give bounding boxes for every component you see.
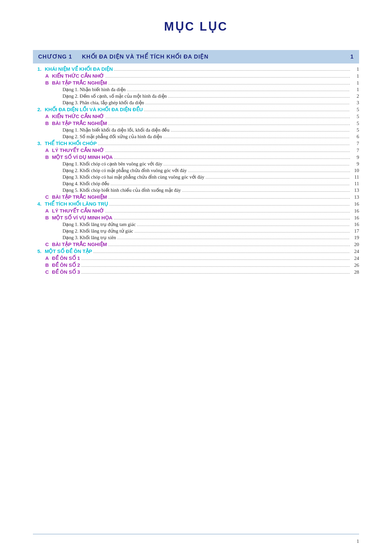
entry-dots: ........................................… xyxy=(116,235,350,240)
entry-letter: B xyxy=(33,154,49,160)
entry-letter: B xyxy=(33,120,49,126)
entry-letter: B xyxy=(33,262,49,268)
entry-page: 5 xyxy=(350,107,359,113)
entry-dots: ........................................… xyxy=(92,249,350,254)
entry-num: 4. xyxy=(33,201,45,207)
toc-row-4B: BMỘT SỐ VÍ VỤ MINH HỌA .................… xyxy=(33,214,359,221)
entry-text: Dạng 2. Khối chóp có mặt phẳng chứa đỉnh… xyxy=(33,168,187,173)
entry-dots: ........................................… xyxy=(109,181,350,187)
toc-row-3: 3.THỂ TÍCH KHỐI CHÓP ...................… xyxy=(33,140,359,147)
entry-page: 20 xyxy=(350,242,359,247)
entry-page: 7 xyxy=(350,141,359,146)
toc-row-1B2: Dạng 2. Đếm số cạnh, số mặt của một hình… xyxy=(33,93,359,99)
entry-letter: A xyxy=(33,147,49,153)
entry-page: 2 xyxy=(350,93,359,99)
toc-row-3B1: Dạng 1. Khối chóp có cạnh bên vuông góc … xyxy=(33,161,359,167)
entry-text: BÀI TẬP TRẮC NGHIỆM xyxy=(49,120,107,126)
entry-dots: ........................................… xyxy=(167,94,350,99)
entry-num: 2. xyxy=(33,107,45,112)
toc-row-2B1: Dạng 1. Nhận biết khối đa diện lồi, khối… xyxy=(33,127,359,133)
entry-dots: ........................................… xyxy=(204,175,350,180)
entry-text: MỘT SỐ ĐỀ ÔN TẬP xyxy=(45,248,92,254)
entry-letter: C xyxy=(33,269,49,275)
toc-row-1A: AKIẾN THỨC CẦN NHỚ .....................… xyxy=(33,72,359,79)
entry-page: 24 xyxy=(350,249,359,254)
entry-page: 1 xyxy=(350,73,359,79)
entry-text: KHỐI ĐA DIỆN LỒI VÀ KHỐI ĐA DIỆN ĐỀU xyxy=(45,107,143,113)
entry-text: ĐỀ ÔN SỐ 3 xyxy=(49,269,80,275)
entry-text: KIẾN THỨC CẦN NHỚ xyxy=(49,73,104,79)
toc-row-4C: CBÀI TẬP TRẮC NGHIỆM ...................… xyxy=(33,241,359,248)
entry-text: MỘT SỐ VÍ DỤ MINH HỌA xyxy=(49,154,113,160)
entry-dots: ........................................… xyxy=(104,114,350,119)
entry-dots: ........................................… xyxy=(104,74,350,79)
entry-dots: ........................................… xyxy=(107,195,350,200)
entry-text: Dạng 3. Phân chia, lắp ghép khối đa diện xyxy=(33,100,144,106)
entry-text: THỂ TÍCH KHỐI CHÓP xyxy=(45,140,97,146)
entry-num: 1. xyxy=(33,66,45,72)
toc-row-2B2: Dạng 2. Số mặt phẳng đối xứng của hình đ… xyxy=(33,133,359,140)
entry-dots: ........................................… xyxy=(107,81,350,86)
entry-page: 16 xyxy=(350,208,359,214)
toc-row-3C: CBÀI TẬP TRẮC NGHIỆM ...................… xyxy=(33,193,359,200)
entry-dots: ........................................… xyxy=(80,256,350,261)
entry-dots: ........................................… xyxy=(80,270,350,275)
footer-line xyxy=(33,534,359,534)
entry-page: 6 xyxy=(350,134,359,139)
entry-page: 13 xyxy=(350,188,359,193)
entry-page: 9 xyxy=(350,155,359,160)
entry-dots: ........................................… xyxy=(80,263,350,268)
entry-text: Dạng 3. Khối lăng trụ xiên xyxy=(33,235,116,240)
toc-row-4B1: Dạng 1. Khối lăng trụ đứng tam giác ....… xyxy=(33,221,359,228)
entry-text: BÀI TẬP TRẮC NGHIỆM xyxy=(49,194,107,200)
entry-page: 17 xyxy=(350,228,359,234)
chapter-header: CHƯƠNG 1 KHỐI ĐA DIỆN VÀ THỂ TÍCH KHỐI Đ… xyxy=(33,50,359,63)
toc-row-4: 4.THỂ TÍCH KHỐI LĂNG TRỤ ...............… xyxy=(33,200,359,207)
entry-page: 13 xyxy=(350,194,359,200)
toc-row-2B: BBÀI TẬP TRẮC NGHIỆM ...................… xyxy=(33,120,359,127)
toc-row-1B: BBÀI TẬP TRẮC NGHIỆM ...................… xyxy=(33,79,359,86)
entry-text: Dạng 4. Khối chóp đều xyxy=(33,181,109,187)
entry-page: 26 xyxy=(350,263,359,268)
toc-row-5A: AĐỀ ÔN SỐ 1 ............................… xyxy=(33,255,359,262)
entry-text: Dạng 3. Khối chóp có hai mặt phẳng chứa … xyxy=(33,174,204,180)
chapter-label: CHƯƠNG 1 KHỐI ĐA DIỆN VÀ THỂ TÍCH KHỐI Đ… xyxy=(38,53,209,60)
entry-text: MỘT SỐ VÍ VỤ MINH HỌA xyxy=(49,215,113,221)
toc-row-4B3: Dạng 3. Khối lăng trụ xiên .............… xyxy=(33,234,359,241)
entry-text: ĐỀ ÔN SỐ 2 xyxy=(49,262,80,268)
entry-dots: ........................................… xyxy=(133,229,350,234)
entry-dots: ........................................… xyxy=(144,100,350,106)
entry-page: 1 xyxy=(350,80,359,86)
entry-letter: C xyxy=(33,194,49,200)
footer-page: 1 xyxy=(357,539,359,544)
entry-text: BÀI TẬP TRẮC NGHIỆM xyxy=(49,241,107,247)
entry-page: 7 xyxy=(350,148,359,153)
toc-container: 1.KHÁI NIỆM VỀ KHỐI ĐA DIỆN ............… xyxy=(33,65,359,275)
toc-row-1B1: Dạng 1. Nhận biết hình đa diện .........… xyxy=(33,86,359,93)
entry-dots: ........................................… xyxy=(107,121,350,126)
entry-text: Dạng 1. Khối lăng trụ đứng tam giác xyxy=(33,222,136,227)
entry-text: KIẾN THỨC CẦN NHỚ xyxy=(49,113,104,119)
entry-page: 1 xyxy=(350,87,359,92)
entry-page: 16 xyxy=(350,222,359,227)
toc-row-3B4: Dạng 4. Khối chóp đều ..................… xyxy=(33,180,359,187)
entry-dots: ........................................… xyxy=(126,87,350,92)
entry-dots: ........................................… xyxy=(113,67,350,72)
entry-text: BÀI TẬP TRẮC NGHIỆM xyxy=(49,80,107,86)
toc-row-5: 5.MỘT SỐ ĐỀ ÔN TẬP .....................… xyxy=(33,248,359,255)
entry-num: 3. xyxy=(33,140,45,146)
entry-page: 10 xyxy=(350,168,359,173)
entry-dots: ........................................… xyxy=(113,155,350,160)
toc-row-3B3: Dạng 3. Khối chóp có hai mặt phẳng chứa … xyxy=(33,174,359,180)
entry-page: 16 xyxy=(350,201,359,207)
entry-letter: B xyxy=(33,215,49,220)
entry-text: ĐỀ ÔN SỐ 1 xyxy=(49,255,80,261)
entry-text: LÝ THUYẾT CẦN NHỚ xyxy=(49,147,104,153)
toc-row-3B5: Dạng 5. Khối chóp biết hình chiếu của đỉ… xyxy=(33,187,359,193)
entry-page: 3 xyxy=(350,100,359,106)
entry-letter: A xyxy=(33,113,49,119)
entry-page: 24 xyxy=(350,256,359,261)
entry-page: 1 xyxy=(350,66,359,72)
entry-dots: ........................................… xyxy=(104,148,350,153)
entry-text: THỂ TÍCH KHỐI LĂNG TRỤ xyxy=(45,201,108,207)
